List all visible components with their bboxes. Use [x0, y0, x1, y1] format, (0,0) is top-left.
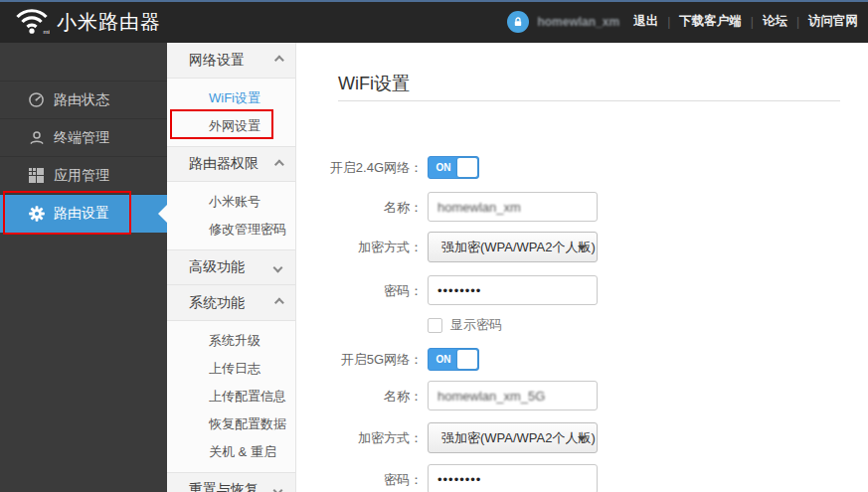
show-password-label: 显示密码: [450, 316, 502, 334]
section-advanced-features[interactable]: 高级功能: [167, 249, 295, 285]
chevron-down-icon: [273, 262, 283, 272]
router-admin-screen: mi 小米路由器 homewlan_xm 退出 | 下载客户端 | 论坛 | 访…: [0, 0, 868, 492]
toggle-knob: [457, 158, 477, 177]
main-content: WiFi设置 开启2.4G网络： ON 名称： homewlan_xm 加密方: [296, 43, 868, 492]
title-divider: [338, 100, 840, 101]
sidebar-item-router-status[interactable]: 路由状态: [0, 82, 167, 119]
top-header: mi 小米路由器 homewlan_xm 退出 | 下载客户端 | 论坛 | 访…: [0, 0, 868, 43]
submenu-item-system-upgrade[interactable]: 系统升级: [167, 327, 295, 355]
ssid-5g-value: homewlan_xm_5G: [437, 389, 545, 404]
submenu-item-wan-settings[interactable]: 外网设置: [167, 112, 295, 140]
name-5g-label: 名称：: [296, 381, 423, 411]
password-5g-value: ••••••••: [437, 472, 481, 487]
submenu-item-label: 系统升级: [209, 332, 260, 350]
submenu-item-restore-config-data[interactable]: 恢复配置数据: [167, 410, 295, 438]
encryption-24g-value: 强加密(WPA/WPA2个人版): [441, 239, 596, 256]
download-client-link[interactable]: 下载客户端: [679, 13, 742, 30]
page-title: WiFi设置: [338, 72, 410, 95]
section-system-features[interactable]: 系统功能: [167, 285, 295, 321]
sidebar-item-label: 应用管理: [54, 167, 109, 185]
ssid-5g-input[interactable]: homewlan_xm_5G: [428, 381, 598, 410]
toggle-24g-switch[interactable]: ON: [428, 156, 479, 179]
enable-5g-label: 开启5G网络：: [296, 348, 423, 371]
grid-icon: [28, 167, 45, 184]
user-icon: [28, 129, 45, 146]
row-enable-5g: 开启5G网络： ON: [296, 348, 868, 371]
row-encryption-24g: 加密方式： 强加密(WPA/WPA2个人版): [296, 232, 868, 262]
svg-text:mi: mi: [44, 29, 50, 35]
forum-link[interactable]: 论坛: [763, 13, 787, 30]
submenu-item-label: 关机 & 重启: [209, 443, 276, 461]
sidebar-item-router-settings[interactable]: 路由设置: [0, 195, 167, 233]
row-show-password: 显示密码: [296, 316, 868, 332]
submenu-item-upload-log[interactable]: 上传日志: [167, 355, 295, 383]
section-network-settings[interactable]: 网络设置: [167, 43, 295, 79]
ssid-24g-input[interactable]: homewlan_xm: [428, 192, 598, 222]
chevron-up-icon: [274, 56, 284, 66]
username[interactable]: homewlan_xm: [537, 15, 619, 29]
chevron-up-icon: [274, 159, 284, 169]
brand-logo: mi 小米路由器: [14, 4, 161, 39]
encryption-24g-label: 加密方式：: [296, 232, 423, 262]
app-title: 小米路由器: [57, 5, 161, 39]
settings-submenu: 网络设置 WiFi设置 外网设置 路由器权限 小米账号 修改管理密码 高级功能: [167, 43, 296, 492]
submenu-item-wifi-settings[interactable]: WiFi设置: [167, 84, 295, 112]
enable-24g-label: 开启2.4G网络：: [296, 156, 423, 179]
dropdown-caret-icon: [578, 436, 586, 441]
nav-separator: |: [751, 15, 754, 29]
section-reset-restore[interactable]: 重置与恢复: [167, 472, 295, 492]
row-enable-24g: 开启2.4G网络： ON: [296, 156, 868, 179]
password-5g-input[interactable]: ••••••••: [428, 464, 598, 492]
submenu-item-change-admin-password[interactable]: 修改管理密码: [167, 216, 295, 244]
row-encryption-5g: 加密方式： 强加密(WPA/WPA2个人版): [296, 422, 868, 453]
sidebar-item-app-management[interactable]: 应用管理: [0, 157, 167, 195]
nav-separator: |: [667, 15, 670, 29]
wifi-logo-icon: mi: [14, 4, 50, 39]
chevron-up-icon: [274, 298, 284, 308]
system-features-list: 系统升级 上传日志 上传配置信息 恢复配置数据 关机 & 重启: [167, 321, 295, 472]
encryption-5g-label: 加密方式：: [296, 422, 423, 453]
encryption-24g-select[interactable]: 强加密(WPA/WPA2个人版): [428, 232, 598, 262]
section-label: 路由器权限: [189, 155, 259, 173]
toggle-5g-switch[interactable]: ON: [428, 348, 479, 371]
submenu-item-label: 恢复配置数据: [209, 415, 286, 433]
submenu-item-label: 小米账号: [209, 193, 260, 211]
gear-icon: [28, 205, 45, 222]
router-permissions-list: 小米账号 修改管理密码: [167, 182, 295, 249]
section-label: 重置与恢复: [189, 481, 259, 492]
nav-separator: |: [796, 15, 799, 29]
official-site-link[interactable]: 访问官网: [808, 13, 858, 30]
sidebar-item-label: 终端管理: [54, 129, 109, 147]
account-lock-icon[interactable]: [507, 11, 529, 33]
primary-sidebar: 路由状态 终端管理 应用管理: [0, 43, 167, 492]
sidebar-item-label: 路由设置: [54, 205, 109, 223]
sidebar-item-device-management[interactable]: 终端管理: [0, 119, 167, 157]
submenu-item-label: WiFi设置: [209, 89, 260, 107]
submenu-item-upload-config-info[interactable]: 上传配置信息: [167, 383, 295, 410]
network-settings-list: WiFi设置 外网设置: [167, 79, 295, 146]
password-24g-label: 密码：: [296, 275, 423, 306]
submenu-item-shutdown-reboot[interactable]: 关机 & 重启: [167, 438, 295, 466]
name-24g-label: 名称：: [296, 192, 423, 223]
chevron-down-icon: [273, 485, 283, 492]
toggle-on-label: ON: [429, 349, 458, 370]
submenu-item-label: 外网设置: [209, 117, 260, 135]
section-router-permissions[interactable]: 路由器权限: [167, 146, 295, 182]
password-5g-label: 密码：: [296, 464, 423, 492]
submenu-item-label: 修改管理密码: [209, 221, 286, 239]
toggle-on-label: ON: [429, 157, 458, 178]
dropdown-caret-icon: [578, 246, 586, 250]
window-top-edge: [0, 0, 868, 2]
password-24g-value: ••••••••: [437, 283, 481, 298]
row-name-5g: 名称： homewlan_xm_5G: [296, 381, 868, 411]
logout-link[interactable]: 退出: [633, 13, 658, 30]
header-account-nav: homewlan_xm 退出 | 下载客户端 | 论坛 | 访问官网: [507, 11, 858, 33]
submenu-item-label: 上传日志: [209, 360, 260, 378]
submenu-item-mi-account[interactable]: 小米账号: [167, 188, 295, 216]
section-label: 系统功能: [189, 294, 245, 312]
encryption-5g-select[interactable]: 强加密(WPA/WPA2个人版): [428, 422, 598, 453]
section-label: 网络设置: [189, 52, 245, 70]
show-password-checkbox[interactable]: [428, 318, 442, 333]
password-24g-input[interactable]: ••••••••: [428, 275, 598, 305]
row-name-24g: 名称： homewlan_xm: [296, 192, 868, 223]
